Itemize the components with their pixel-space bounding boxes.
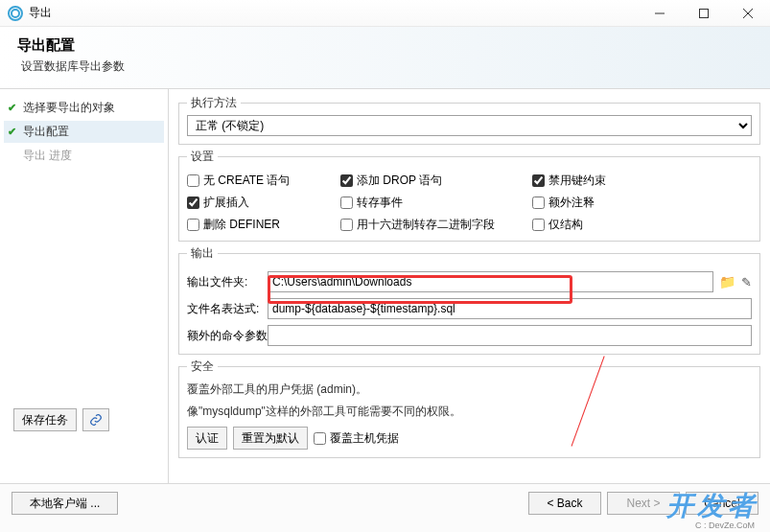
reset-default-button[interactable]: 重置为默认	[233, 427, 308, 450]
minimize-button[interactable]	[638, 0, 682, 27]
execution-method-group: 执行方法 正常 (不锁定)	[178, 95, 760, 145]
security-text-2: 像"mysqldump"这样的外部工具可能需要不同的权限。	[187, 401, 752, 423]
window-title: 导出	[29, 5, 52, 21]
setting-checkbox-8[interactable]: 仅结构	[532, 217, 752, 233]
setting-checkbox-7[interactable]: 用十六进制转存二进制字段	[340, 217, 532, 233]
browse-folder-icon[interactable]: 📁	[719, 274, 735, 289]
wizard-step-select-objects[interactable]: 选择要导出的对象	[4, 97, 164, 119]
setting-checkbox-input-2[interactable]	[532, 174, 545, 187]
output-folder-input[interactable]	[268, 271, 713, 292]
auth-button[interactable]: 认证	[187, 427, 227, 450]
setting-checkbox-0[interactable]: 无 CREATE 语句	[187, 173, 340, 189]
save-task-button[interactable]: 保存任务	[13, 408, 77, 431]
maximize-button[interactable]	[682, 0, 726, 27]
file-expression-input[interactable]	[268, 298, 752, 319]
wizard-header: 导出配置 设置数据库导出参数	[0, 27, 770, 89]
watermark-brand: 开发者	[666, 488, 758, 524]
setting-checkbox-2[interactable]: 禁用键约束	[532, 173, 752, 189]
output-folder-label: 输出文件夹:	[187, 274, 262, 290]
override-host-checkbox[interactable]	[314, 432, 326, 445]
wizard-step-export-config[interactable]: 导出配置	[4, 121, 164, 143]
setting-checkbox-input-4[interactable]	[340, 197, 353, 209]
main-pane: 执行方法 正常 (不锁定) 设置 无 CREATE 语句添加 DROP 语句禁用…	[168, 89, 770, 483]
override-host-checkbox-label[interactable]: 覆盖主机凭据	[314, 430, 399, 447]
security-group: 安全 覆盖外部工具的用户凭据 (admin)。 像"mysqldump"这样的外…	[178, 359, 760, 458]
wizard-step-progress: 导出 进度	[4, 145, 164, 167]
setting-checkbox-input-7[interactable]	[340, 219, 353, 231]
svg-rect-1	[700, 9, 709, 17]
execution-method-select[interactable]: 正常 (不锁定)	[187, 115, 752, 136]
back-button[interactable]: < Back	[528, 492, 601, 515]
title-bar: 导出	[0, 0, 770, 27]
security-legend: 安全	[187, 359, 218, 375]
extra-args-label: 额外的命令参数:	[187, 328, 262, 344]
setting-checkbox-input-6[interactable]	[187, 219, 199, 231]
execution-method-legend: 执行方法	[187, 95, 241, 111]
file-expression-label: 文件名表达式:	[187, 301, 262, 317]
settings-group: 设置 无 CREATE 语句添加 DROP 语句禁用键约束扩展插入转存事件额外注…	[178, 149, 760, 242]
security-text-1: 覆盖外部工具的用户凭据 (admin)。	[187, 379, 752, 401]
close-button[interactable]	[726, 0, 770, 27]
app-icon	[8, 6, 23, 21]
settings-legend: 设置	[187, 149, 218, 165]
extra-args-input[interactable]	[268, 325, 752, 346]
setting-checkbox-6[interactable]: 删除 DEFINER	[187, 217, 340, 233]
setting-checkbox-1[interactable]: 添加 DROP 语句	[340, 173, 532, 189]
link-config-button[interactable]	[82, 408, 109, 431]
output-legend: 输出	[187, 245, 218, 262]
setting-checkbox-input-3[interactable]	[187, 197, 199, 209]
page-subtitle: 设置数据库导出参数	[17, 58, 753, 75]
edit-icon[interactable]: ✎	[741, 275, 752, 289]
setting-checkbox-5[interactable]: 额外注释	[532, 195, 752, 211]
local-client-button[interactable]: 本地客户端 ...	[12, 492, 118, 515]
save-task-row: 保存任务	[13, 408, 109, 431]
wizard-footer: 本地客户端 ... < Back Next > Cancel	[0, 483, 770, 532]
setting-checkbox-input-0[interactable]	[187, 174, 199, 187]
setting-checkbox-input-1[interactable]	[340, 174, 353, 187]
page-title: 导出配置	[17, 36, 753, 55]
output-group: 输出 输出文件夹: 📁 ✎ 文件名表达式: 额外的命令参数:	[178, 245, 760, 355]
setting-checkbox-4[interactable]: 转存事件	[340, 195, 532, 211]
setting-checkbox-3[interactable]: 扩展插入	[187, 195, 340, 211]
watermark-sub: C : DevZe.CoM	[695, 520, 755, 530]
setting-checkbox-input-8[interactable]	[532, 219, 545, 231]
setting-checkbox-input-5[interactable]	[532, 197, 545, 209]
